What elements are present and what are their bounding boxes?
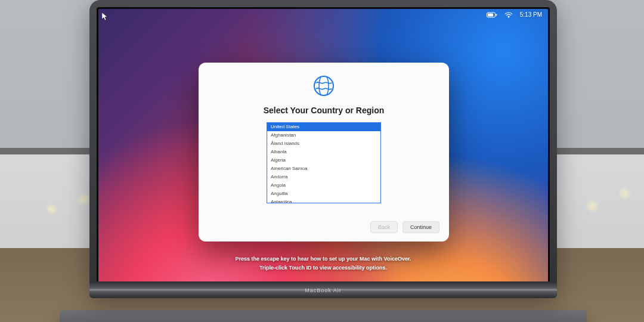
continue-button[interactable]: Continue (402, 221, 439, 233)
back-button[interactable]: Back (370, 221, 398, 233)
dialog-title: Select Your Country or Region (264, 106, 385, 115)
hint-touchid: Triple-click Touch ID to view accessibil… (98, 264, 548, 273)
laptop-lid: 5:13 PM Select Your Country or Region Un… (89, 0, 557, 298)
country-option[interactable]: Angola (267, 181, 380, 190)
svg-rect-1 (488, 13, 493, 16)
laptop-deck (60, 310, 587, 322)
svg-point-3 (508, 16, 509, 17)
svg-rect-0 (487, 13, 495, 17)
country-option[interactable]: Antarctica (267, 198, 380, 203)
desktop-screen: 5:13 PM Select Your Country or Region Un… (98, 9, 548, 283)
setup-dialog: Select Your Country or Region United Sta… (199, 63, 449, 242)
screen-bezel: 5:13 PM Select Your Country or Region Un… (97, 7, 550, 285)
battery-icon[interactable] (487, 12, 497, 18)
accessibility-hints: Press the escape key to hear how to set … (98, 255, 548, 273)
laptop-hinge: MacBook Air (89, 281, 557, 298)
country-option[interactable]: Åland Islands (267, 140, 380, 148)
menubar-clock[interactable]: 5:13 PM (520, 11, 542, 18)
svg-point-4 (314, 76, 333, 95)
laptop: 5:13 PM Select Your Country or Region Un… (89, 0, 557, 322)
wifi-icon[interactable] (504, 12, 513, 18)
country-option[interactable]: Anguilla (267, 190, 380, 198)
country-option[interactable]: Andorra (267, 173, 380, 181)
country-listbox[interactable]: United StatesAfghanistanÅland IslandsAlb… (267, 122, 381, 203)
country-option[interactable]: American Samoa (267, 165, 380, 173)
hint-voiceover: Press the escape key to hear how to set … (98, 255, 548, 264)
cursor-icon (102, 13, 108, 21)
model-label: MacBook Air (89, 287, 557, 293)
photo-backdrop: 5:13 PM Select Your Country or Region Un… (0, 0, 644, 322)
globe-icon (312, 75, 335, 100)
country-option[interactable]: United States (267, 123, 380, 131)
country-option[interactable]: Albania (267, 148, 380, 156)
country-option[interactable]: Algeria (267, 156, 380, 165)
svg-rect-2 (496, 14, 497, 16)
menu-bar: 5:13 PM (487, 11, 542, 18)
dialog-button-row: Back Continue (370, 221, 439, 233)
country-option[interactable]: Afghanistan (267, 131, 380, 140)
